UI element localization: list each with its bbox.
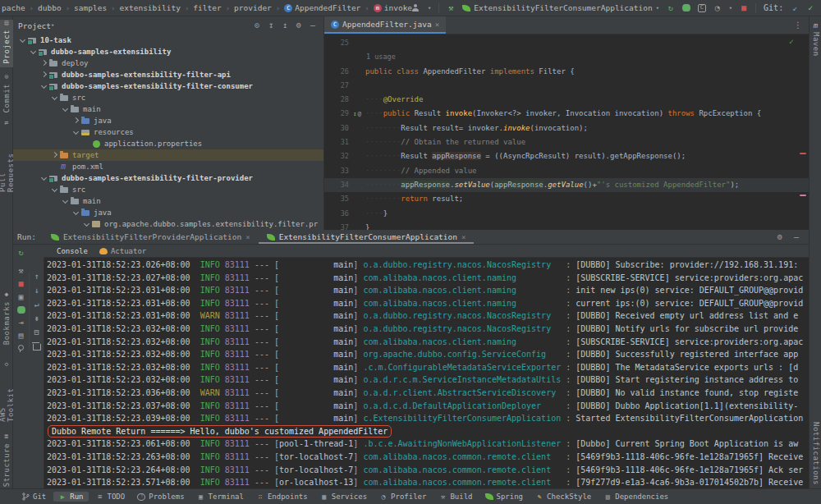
down-icon[interactable]: ↓ [33, 286, 41, 295]
tree-row-org.apache.dubbo.samples.extensibility.filter.pr[interactable]: org.apache.dubbo.samples.extensibility.f… [13, 218, 323, 230]
close-icon[interactable]: × [435, 21, 439, 29]
tree-row-java[interactable]: java [13, 207, 323, 218]
view-tab-actuator[interactable]: Actuator [99, 247, 146, 255]
detach-icon[interactable]: ⇥ [17, 318, 25, 327]
settings-icon[interactable]: ⚙ [295, 21, 303, 30]
locate-icon[interactable]: ⊙ [253, 21, 261, 30]
code-line-29[interactable]: 29↥@····public Result invoke(Invoker<?> … [324, 107, 809, 121]
code-line-27[interactable]: 27 [324, 79, 809, 93]
tree-row-resources[interactable]: resources [13, 126, 323, 138]
tree-row-pom.xml[interactable]: pom.xml [13, 161, 323, 172]
tree-open-chevron-icon[interactable] [39, 174, 48, 182]
code-line-30[interactable]: 30········Result result= invoker.invoke(… [324, 121, 809, 135]
statusbar-item-endpoints[interactable]: ∷Endpoints [251, 492, 313, 502]
annotation-marker-icon[interactable]: @ [358, 107, 362, 121]
settings-icon[interactable]: ⚙ [776, 233, 784, 241]
tree-row-10-task[interactable]: 10-task [13, 34, 323, 46]
tool-stripe-project[interactable]: ▤Project [0, 20, 13, 67]
run-tab-extensibilityfilterproviderapplication[interactable]: ExtensibilityFilterProviderApplication× [43, 230, 259, 244]
hide-icon[interactable]: — [309, 21, 317, 30]
code-line-34[interactable]: 34········appResponse.setValue(appRespon… [324, 178, 809, 192]
tree-row-dubbo-samples-extensibility-filter-consumer[interactable]: dubbo-samples-extensibility-filter-consu… [13, 80, 323, 92]
override-marker-icon[interactable]: ↥ [353, 107, 357, 121]
console-output[interactable]: 2023-01-31T18:52:23.026+08:00 INFO 83111… [44, 257, 809, 488]
build-hammer-icon[interactable]: ⚒ [447, 4, 455, 12]
collapse-all-icon[interactable]: ↥ [281, 21, 289, 30]
code-line-32[interactable]: 32········Result appResponse = ((AsyncRp… [324, 149, 809, 163]
tree-row-java[interactable]: java [13, 115, 323, 126]
run-tab-extensibilityfilterconsumerapplication[interactable]: ExtensibilityFilterConsumerApplication× [259, 230, 475, 244]
breadcrumb-item-pache[interactable]: pache [2, 3, 25, 12]
profiler-icon[interactable]: ◔ [713, 4, 722, 12]
rerun-icon[interactable]: ↻ [17, 249, 25, 257]
coverage-icon[interactable] [698, 4, 706, 12]
scroll-to-end-icon[interactable]: ⇟ [33, 314, 41, 323]
notifications-tool-button[interactable]: Notifications [810, 422, 821, 485]
tool-stripe-pull-requests[interactable]: ⇄Pull Requests [0, 120, 13, 192]
editor-tab-appendedfilter[interactable]: C AppendedFilter.java × [324, 16, 446, 34]
tree-closed-chevron-icon[interactable] [50, 151, 59, 159]
statusbar-item-spring[interactable]: Spring [480, 492, 529, 502]
statusbar-item-todo[interactable]: ≡TODO [91, 492, 131, 502]
code-area[interactable]: 251 usage26public class AppendedFilter i… [324, 34, 809, 230]
thread-dump-icon[interactable]: ▣ [17, 293, 25, 301]
breadcrumb-item-invoke[interactable]: minvoke [374, 3, 412, 12]
inspection-ok-icon[interactable]: ✓ [789, 37, 794, 46]
pin-icon[interactable] [17, 345, 25, 352]
statusbar-item-checkstyle[interactable]: ✎CheckStyle [530, 492, 596, 502]
minimize-icon[interactable]: — [792, 233, 800, 241]
statusbar-item-git[interactable]: Git [16, 492, 51, 502]
expand-all-icon[interactable]: ↧ [267, 21, 275, 30]
debug-icon[interactable] [682, 4, 690, 11]
stop-icon[interactable]: ■ [17, 280, 25, 288]
tree-row-dubbo-samples-extensibility-filter-api[interactable]: dubbo-samples-extensibility-filter-api [13, 69, 323, 80]
chevron-down-icon[interactable]: ▾ [428, 5, 431, 11]
restore-layout-icon[interactable]: ▤ [17, 332, 25, 340]
tree-open-chevron-icon[interactable] [82, 220, 91, 228]
code-line-33[interactable]: 33········// Appended value [324, 164, 809, 178]
update-icon[interactable]: ↙ [791, 4, 799, 12]
statusbar-item-dependencies[interactable]: ▤Dependencies [599, 492, 673, 502]
code-line-26[interactable]: 26public class AppendedFilter implements… [324, 65, 809, 79]
tree-row-main[interactable]: main [13, 195, 323, 207]
code-line-37[interactable]: 37} [324, 221, 809, 230]
tree-open-chevron-icon[interactable] [50, 186, 59, 194]
soft-wrap-icon[interactable]: ↵ [33, 300, 41, 309]
breadcrumb-item-samples[interactable]: samples [74, 3, 107, 12]
statusbar-item-profiler[interactable]: ◔Profiler [374, 492, 431, 502]
usage-inlay-hint[interactable]: 1 usage [324, 50, 809, 64]
tree-row-dubbo-samples-extensibility-filter-provider[interactable]: dubbo-samples-extensibility-filter-provi… [13, 172, 323, 184]
breadcrumb-item-appendedfilter[interactable]: CAppendedFilter [284, 3, 360, 12]
tree-open-chevron-icon[interactable] [29, 48, 38, 56]
tree-open-chevron-icon[interactable] [61, 105, 70, 113]
code-line-25[interactable]: 25 [324, 36, 809, 50]
user-icon[interactable] [412, 4, 420, 11]
statusbar-item-services[interactable]: ▦Services [315, 492, 372, 502]
tool-stripe-structure[interactable]: ≣Structure [0, 433, 13, 488]
breadcrumb-item-provider[interactable]: provider [234, 3, 272, 12]
tree-row-src[interactable]: src [13, 92, 323, 103]
attach-debugger-icon[interactable] [17, 306, 25, 314]
wrench-icon[interactable]: ⚒ [17, 267, 25, 275]
tree-closed-chevron-icon[interactable] [71, 117, 80, 125]
statusbar-item-problems[interactable]: Problems [132, 492, 189, 502]
tree-open-chevron-icon[interactable] [71, 128, 80, 136]
tree-closed-chevron-icon[interactable] [39, 59, 48, 67]
tree-row-dubbo-samples-extensibility[interactable]: dubbo-samples-extensibility [13, 46, 323, 57]
code-line-28[interactable]: 28····@Override [324, 93, 809, 107]
tool-stripe-bookmarks[interactable]: ◆Bookmarks [0, 291, 13, 342]
breadcrumb-item-dubbo[interactable]: dubbo [38, 3, 62, 12]
tree-open-chevron-icon[interactable] [71, 208, 80, 217]
project-panel-title[interactable]: Project [18, 21, 51, 30]
statusbar-item-run[interactable]: ▶Run [53, 492, 88, 502]
run-configuration-selector[interactable]: ExtensibilityFilterConsumerApplication▾ [462, 3, 659, 12]
tool-stripe-aws-toolkit[interactable]: ◇AWS Toolkit [0, 361, 13, 422]
maven-tool-button[interactable]: m Maven [810, 21, 821, 57]
tree-row-src[interactable]: src [13, 184, 323, 195]
tree-open-chevron-icon[interactable] [61, 197, 70, 205]
statusbar-item-build[interactable]: ⚒Build [433, 492, 477, 502]
commit-icon[interactable]: ✓ [806, 4, 814, 12]
stop-icon[interactable]: ■ [740, 4, 748, 12]
code-line-36[interactable]: 36····} [324, 207, 809, 221]
print-icon[interactable]: ⊟ [33, 328, 41, 337]
